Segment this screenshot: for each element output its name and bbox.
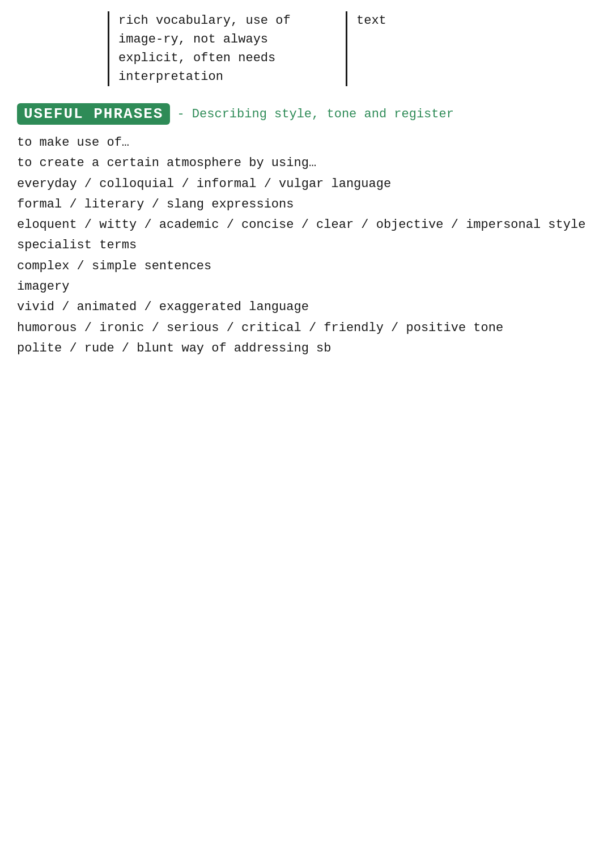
useful-phrases-section: USEFUL PHRASES - Describing style, tone … [17,103,595,359]
list-item: humorous / ironic / serious / critical /… [17,318,595,338]
useful-phrases-badge: USEFUL PHRASES [17,103,170,125]
useful-phrases-header: USEFUL PHRASES - Describing style, tone … [17,103,595,125]
list-item: imagery [17,277,595,297]
list-item: to create a certain atmosphere by using… [17,153,595,173]
list-item: specialist terms [17,235,595,256]
list-item: formal / literary / slang expressions [17,194,595,215]
list-item: everyday / colloquial / informal / vulga… [17,174,595,194]
list-item: vivid / animated / exaggerated language [17,297,595,317]
list-item: polite / rude / blunt way of addressing … [17,338,595,359]
top-main-text: rich vocabulary, use of image-ry, not al… [108,11,346,86]
phrases-list: to make use of… to create a certain atmo… [17,133,595,359]
useful-phrases-subtitle: - Describing style, tone and register [177,107,453,121]
top-section: rich vocabulary, use of image-ry, not al… [17,11,595,86]
list-item: eloquent / witty / academic / concise / … [17,215,595,235]
list-item: to make use of… [17,133,595,153]
list-item: complex / simple sentences [17,256,595,277]
top-right-text: text [346,11,386,86]
top-main-content: rich vocabulary, use of image-ry, not al… [118,14,291,84]
top-right-content: text [356,14,386,28]
